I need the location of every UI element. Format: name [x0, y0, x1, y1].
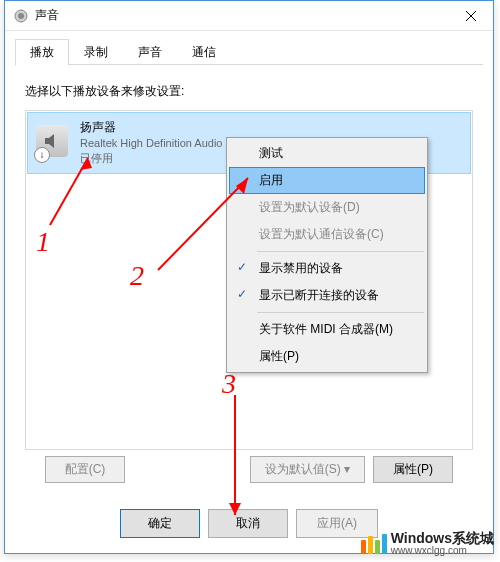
watermark: Windows系统城 www.wxclgg.com [361, 531, 494, 556]
svg-marker-5 [49, 134, 54, 148]
menu-test[interactable]: 测试 [229, 140, 425, 167]
cancel-button[interactable]: 取消 [208, 509, 288, 538]
tab-recording[interactable]: 录制 [69, 39, 123, 65]
check-icon: ✓ [237, 260, 247, 274]
close-button[interactable] [451, 2, 491, 30]
menu-set-default[interactable]: 设置为默认设备(D) [229, 194, 425, 221]
watermark-logo-icon [361, 534, 387, 554]
instruction-text: 选择以下播放设备来修改设置: [25, 83, 473, 100]
menu-show-disconnected[interactable]: ✓显示已断开连接的设备 [229, 282, 425, 309]
ok-button[interactable]: 确定 [120, 509, 200, 538]
titlebar: 声音 [5, 1, 493, 31]
set-default-button[interactable]: 设为默认值(S) ▾ [250, 456, 365, 483]
menu-properties[interactable]: 属性(P) [229, 343, 425, 370]
watermark-brand: Windows系统城 [391, 531, 494, 545]
configure-button[interactable]: 配置(C) [45, 456, 125, 483]
context-menu: 测试 启用 设置为默认设备(D) 设置为默认通信设备(C) ✓显示禁用的设备 ✓… [226, 137, 428, 373]
watermark-url: www.wxclgg.com [391, 545, 494, 556]
menu-about-midi[interactable]: 关于软件 MIDI 合成器(M) [229, 316, 425, 343]
tab-communications[interactable]: 通信 [177, 39, 231, 65]
tab-playback[interactable]: 播放 [15, 39, 69, 66]
sound-icon [13, 8, 29, 24]
window-title: 声音 [35, 7, 451, 24]
tab-strip: 播放 录制 声音 通信 [5, 31, 493, 65]
check-icon: ✓ [237, 287, 247, 301]
properties-button[interactable]: 属性(P) [373, 456, 453, 483]
menu-separator [257, 251, 424, 252]
panel-buttons: 配置(C) 设为默认值(S) ▾ 属性(P) [25, 450, 473, 489]
disabled-badge-icon: ↓ [34, 147, 50, 163]
device-name: 扬声器 [80, 119, 462, 136]
menu-show-disabled[interactable]: ✓显示禁用的设备 [229, 255, 425, 282]
tab-sounds[interactable]: 声音 [123, 39, 177, 65]
menu-set-default-comm[interactable]: 设置为默认通信设备(C) [229, 221, 425, 248]
svg-point-1 [18, 13, 24, 19]
menu-enable[interactable]: 启用 [229, 167, 425, 194]
speaker-icon: ↓ [36, 125, 72, 161]
menu-separator [257, 312, 424, 313]
svg-rect-4 [45, 138, 49, 144]
